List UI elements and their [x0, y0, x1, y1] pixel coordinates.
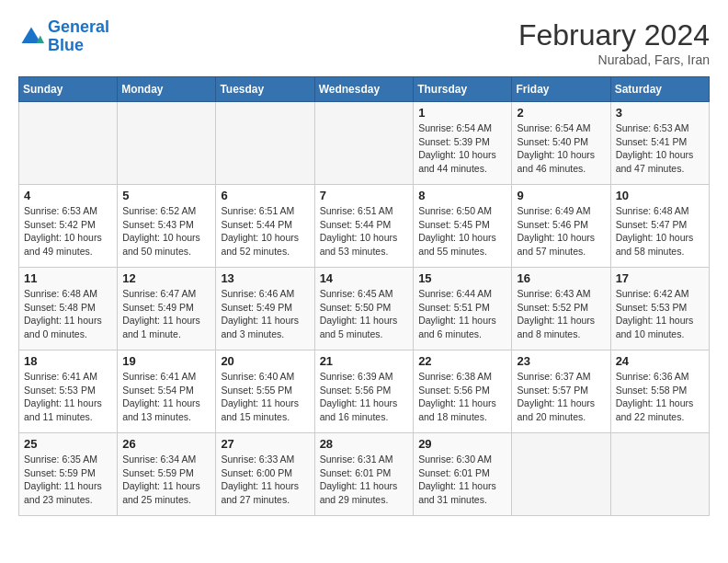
day-info: Sunrise: 6:51 AMSunset: 5:44 PMDaylight:…	[221, 204, 309, 259]
calendar-cell: 14Sunrise: 6:45 AMSunset: 5:50 PMDayligh…	[314, 268, 414, 350]
calendar-cell: 11Sunrise: 6:48 AMSunset: 5:48 PMDayligh…	[19, 268, 118, 350]
day-info: Sunrise: 6:40 AMSunset: 5:55 PMDaylight:…	[221, 370, 309, 424]
calendar-cell: 2Sunrise: 6:54 AMSunset: 5:40 PMDaylight…	[512, 102, 610, 185]
day-number: 14	[320, 271, 409, 285]
calendar-cell: 12Sunrise: 6:47 AMSunset: 5:49 PMDayligh…	[118, 268, 216, 350]
calendar-cell	[610, 433, 709, 516]
day-number: 28	[320, 437, 409, 451]
logo-icon	[18, 24, 44, 50]
day-info: Sunrise: 6:42 AMSunset: 5:53 PMDaylight:…	[616, 287, 704, 341]
calendar-cell: 4Sunrise: 6:53 AMSunset: 5:42 PMDaylight…	[19, 185, 118, 268]
day-info: Sunrise: 6:53 AMSunset: 5:41 PMDaylight:…	[616, 121, 704, 176]
day-info: Sunrise: 6:47 AMSunset: 5:49 PMDaylight:…	[122, 287, 210, 341]
day-number: 8	[418, 189, 506, 202]
day-info: Sunrise: 6:46 AMSunset: 5:49 PMDaylight:…	[221, 287, 309, 341]
calendar-cell: 29Sunrise: 6:30 AMSunset: 6:01 PMDayligh…	[414, 433, 512, 516]
day-info: Sunrise: 6:45 AMSunset: 5:50 PMDaylight:…	[320, 287, 409, 341]
day-info: Sunrise: 6:36 AMSunset: 5:58 PMDaylight:…	[616, 370, 704, 424]
day-number: 25	[24, 437, 112, 451]
weekday-header-saturday: Saturday	[610, 77, 709, 102]
calendar-week-row: 4Sunrise: 6:53 AMSunset: 5:42 PMDaylight…	[19, 185, 710, 268]
day-info: Sunrise: 6:48 AMSunset: 5:47 PMDaylight:…	[616, 204, 704, 259]
day-info: Sunrise: 6:48 AMSunset: 5:48 PMDaylight:…	[24, 287, 112, 341]
day-number: 5	[122, 189, 210, 202]
calendar-cell	[512, 433, 610, 516]
day-number: 26	[122, 437, 210, 451]
day-info: Sunrise: 6:33 AMSunset: 6:00 PMDaylight:…	[221, 453, 309, 507]
calendar-cell: 19Sunrise: 6:41 AMSunset: 5:54 PMDayligh…	[118, 350, 216, 433]
calendar-cell: 18Sunrise: 6:41 AMSunset: 5:53 PMDayligh…	[19, 350, 118, 433]
logo: General Blue	[18, 18, 109, 55]
day-info: Sunrise: 6:52 AMSunset: 5:43 PMDaylight:…	[122, 204, 210, 259]
day-number: 24	[616, 354, 704, 368]
day-number: 11	[24, 271, 112, 285]
day-info: Sunrise: 6:51 AMSunset: 5:44 PMDaylight:…	[320, 204, 409, 259]
calendar-week-row: 11Sunrise: 6:48 AMSunset: 5:48 PMDayligh…	[19, 268, 710, 350]
weekday-header-monday: Monday	[118, 77, 216, 102]
calendar-cell: 21Sunrise: 6:39 AMSunset: 5:56 PMDayligh…	[314, 350, 414, 433]
weekday-header-sunday: Sunday	[19, 77, 118, 102]
day-info: Sunrise: 6:34 AMSunset: 5:59 PMDaylight:…	[122, 453, 210, 507]
day-number: 6	[221, 189, 309, 202]
calendar-cell: 8Sunrise: 6:50 AMSunset: 5:45 PMDaylight…	[414, 185, 512, 268]
month-title: February 2024	[518, 18, 710, 52]
calendar-week-row: 25Sunrise: 6:35 AMSunset: 5:59 PMDayligh…	[19, 433, 710, 516]
day-info: Sunrise: 6:49 AMSunset: 5:46 PMDaylight:…	[517, 204, 605, 259]
day-number: 19	[122, 354, 210, 368]
weekday-header-tuesday: Tuesday	[216, 77, 314, 102]
day-number: 27	[221, 437, 309, 451]
calendar-cell: 28Sunrise: 6:31 AMSunset: 6:01 PMDayligh…	[314, 433, 414, 516]
calendar-cell: 26Sunrise: 6:34 AMSunset: 5:59 PMDayligh…	[118, 433, 216, 516]
calendar-week-row: 1Sunrise: 6:54 AMSunset: 5:39 PMDaylight…	[19, 102, 710, 185]
calendar-cell: 17Sunrise: 6:42 AMSunset: 5:53 PMDayligh…	[610, 268, 709, 350]
day-number: 17	[616, 271, 704, 285]
day-info: Sunrise: 6:41 AMSunset: 5:54 PMDaylight:…	[122, 370, 210, 424]
day-number: 29	[418, 437, 506, 451]
day-number: 18	[24, 354, 112, 368]
calendar-cell	[118, 102, 216, 185]
calendar-cell	[19, 102, 118, 185]
calendar-cell: 20Sunrise: 6:40 AMSunset: 5:55 PMDayligh…	[216, 350, 314, 433]
calendar-cell: 9Sunrise: 6:49 AMSunset: 5:46 PMDaylight…	[512, 185, 610, 268]
calendar-cell	[216, 102, 314, 185]
calendar-cell: 22Sunrise: 6:38 AMSunset: 5:56 PMDayligh…	[414, 350, 512, 433]
calendar-cell: 24Sunrise: 6:36 AMSunset: 5:58 PMDayligh…	[610, 350, 709, 433]
day-number: 23	[517, 354, 605, 368]
day-number: 22	[418, 354, 506, 368]
title-block: February 2024 Nurabad, Fars, Iran	[518, 18, 710, 67]
day-number: 12	[122, 271, 210, 285]
calendar-cell: 15Sunrise: 6:44 AMSunset: 5:51 PMDayligh…	[414, 268, 512, 350]
calendar-cell: 6Sunrise: 6:51 AMSunset: 5:44 PMDaylight…	[216, 185, 314, 268]
day-number: 13	[221, 271, 309, 285]
day-info: Sunrise: 6:53 AMSunset: 5:42 PMDaylight:…	[24, 204, 112, 259]
day-info: Sunrise: 6:54 AMSunset: 5:39 PMDaylight:…	[418, 121, 506, 176]
day-number: 2	[517, 106, 605, 120]
day-info: Sunrise: 6:39 AMSunset: 5:56 PMDaylight:…	[320, 370, 409, 424]
calendar-cell: 16Sunrise: 6:43 AMSunset: 5:52 PMDayligh…	[512, 268, 610, 350]
day-info: Sunrise: 6:44 AMSunset: 5:51 PMDaylight:…	[418, 287, 506, 341]
calendar-cell: 1Sunrise: 6:54 AMSunset: 5:39 PMDaylight…	[414, 102, 512, 185]
day-info: Sunrise: 6:41 AMSunset: 5:53 PMDaylight:…	[24, 370, 112, 424]
day-number: 7	[320, 189, 409, 202]
day-info: Sunrise: 6:35 AMSunset: 5:59 PMDaylight:…	[24, 453, 112, 507]
logo-text: General Blue	[48, 18, 109, 55]
weekday-header-wednesday: Wednesday	[314, 77, 414, 102]
day-number: 3	[616, 106, 704, 120]
day-number: 20	[221, 354, 309, 368]
page-header: General Blue February 2024 Nurabad, Fars…	[18, 18, 710, 67]
day-info: Sunrise: 6:31 AMSunset: 6:01 PMDaylight:…	[320, 453, 409, 507]
day-info: Sunrise: 6:30 AMSunset: 6:01 PMDaylight:…	[418, 453, 506, 507]
day-number: 1	[418, 106, 506, 120]
location: Nurabad, Fars, Iran	[518, 52, 710, 67]
day-info: Sunrise: 6:43 AMSunset: 5:52 PMDaylight:…	[517, 287, 605, 341]
calendar-cell: 5Sunrise: 6:52 AMSunset: 5:43 PMDaylight…	[118, 185, 216, 268]
calendar-cell: 27Sunrise: 6:33 AMSunset: 6:00 PMDayligh…	[216, 433, 314, 516]
day-number: 21	[320, 354, 409, 368]
day-number: 9	[517, 189, 605, 202]
calendar-cell: 13Sunrise: 6:46 AMSunset: 5:49 PMDayligh…	[216, 268, 314, 350]
day-number: 15	[418, 271, 506, 285]
weekday-header-friday: Friday	[512, 77, 610, 102]
day-number: 4	[24, 189, 112, 202]
calendar-cell: 10Sunrise: 6:48 AMSunset: 5:47 PMDayligh…	[610, 185, 709, 268]
calendar-cell	[314, 102, 414, 185]
